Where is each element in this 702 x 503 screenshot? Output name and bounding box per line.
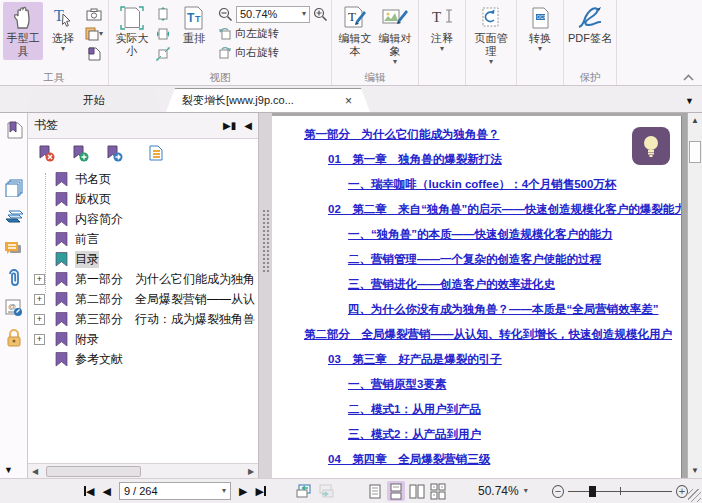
toc-link[interactable]: 一、瑞幸咖啡（luckin coffee）：4个月销售500万杯 bbox=[348, 177, 616, 192]
bookmark-item[interactable]: + 参考文献 bbox=[28, 349, 258, 369]
window-resize-grip[interactable] bbox=[688, 489, 701, 502]
previous-view-button[interactable] bbox=[296, 484, 312, 498]
toc-link[interactable]: 第一部分 为什么它们能成为独角兽？ bbox=[304, 127, 500, 142]
continuous-view-button[interactable] bbox=[387, 481, 405, 501]
goto-bookmark-button[interactable] bbox=[104, 143, 124, 163]
expand-plus-icon[interactable]: + bbox=[34, 314, 45, 325]
page-manage-button[interactable]: 页面管理 ▾ bbox=[469, 2, 513, 68]
first-page-button[interactable]: ◀ bbox=[84, 485, 94, 498]
facing-view-button[interactable] bbox=[408, 481, 426, 501]
bookmark-panel-icon[interactable] bbox=[3, 117, 25, 143]
security-lock-icon[interactable] bbox=[3, 325, 25, 351]
panel-collapse-icon[interactable]: ◀ bbox=[244, 120, 252, 131]
toc-link[interactable]: 一、营销原型3要素 bbox=[348, 377, 446, 392]
panel-expand-icon[interactable]: ▶▮ bbox=[223, 120, 236, 131]
zoom-in-button[interactable]: + bbox=[676, 485, 688, 498]
next-view-button[interactable] bbox=[318, 484, 334, 498]
comments-icon[interactable] bbox=[3, 235, 25, 261]
tab-document-active[interactable]: 裂变增长[www.j9p.co... × bbox=[166, 88, 370, 112]
bookmark-item[interactable]: + 内容简介 bbox=[28, 209, 258, 229]
toc-link[interactable]: 一、“独角兽”的本质——快速创造规模化客户的能力 bbox=[348, 227, 613, 242]
bookmark-item[interactable]: + 第二部分 全局爆裂营销——从认 bbox=[28, 289, 258, 309]
toc-link[interactable]: 第二部分 全局爆裂营销——从认知、转化到增长，快速创造规模化用户 bbox=[304, 327, 672, 342]
scroll-up-icon[interactable]: ▲ bbox=[688, 116, 702, 125]
tab-list-menu-icon[interactable]: ▼ bbox=[685, 96, 694, 106]
toc-link[interactable]: 03 第三章 好产品是爆裂的引子 bbox=[328, 352, 502, 367]
scroll-right-icon[interactable]: ▶ bbox=[244, 467, 258, 476]
toc-link[interactable]: 01 第一章 独角兽的爆裂新打法 bbox=[328, 152, 502, 167]
toc-row: 四、为什么你没有成为独角兽？——本质是“全局营销效率差” bbox=[272, 297, 681, 322]
add-bookmark-button[interactable] bbox=[70, 143, 90, 163]
comment-button[interactable]: T 注释 ▾ bbox=[422, 2, 462, 55]
dropdown-arrow-icon[interactable]: ▾ bbox=[524, 487, 528, 495]
page-number-box[interactable]: 9 / 264 ▾ bbox=[119, 482, 231, 500]
fit-width-button[interactable] bbox=[152, 4, 174, 24]
attachments-icon[interactable] bbox=[3, 265, 25, 291]
toc-link[interactable]: 二、模式1：从用户到产品 bbox=[348, 402, 481, 417]
splitter-grip-icon[interactable] bbox=[262, 209, 269, 273]
bookmark-flag-icon bbox=[55, 172, 68, 187]
collapse-ribbon-button[interactable] bbox=[683, 74, 694, 81]
delete-bookmark-button[interactable] bbox=[36, 143, 56, 163]
pdf-sign-button[interactable]: PDF签名 bbox=[567, 2, 613, 47]
tab-close-icon[interactable]: × bbox=[343, 94, 354, 108]
layers-icon[interactable] bbox=[3, 205, 25, 231]
blank-page-button[interactable] bbox=[83, 44, 105, 64]
expand-bookmarks-button[interactable] bbox=[146, 143, 166, 163]
scrollbar-thumb[interactable] bbox=[46, 466, 141, 477]
panel-splitter[interactable] bbox=[258, 113, 272, 478]
bookmark-item[interactable]: + 附录 bbox=[28, 329, 258, 349]
rotate-right-button[interactable]: 向右旋转 bbox=[218, 43, 328, 62]
zoom-in-button[interactable] bbox=[313, 7, 328, 22]
scrollbar-thumb[interactable] bbox=[689, 141, 701, 163]
bookmark-item[interactable]: + 版权页 bbox=[28, 189, 258, 209]
rotate-left-button[interactable]: 向左旋转 bbox=[218, 24, 328, 43]
tab-home[interactable]: 开始 bbox=[26, 88, 162, 112]
reflow-button[interactable]: TT 重排 bbox=[174, 2, 214, 47]
clipboard-paste-button[interactable]: ▾ bbox=[83, 24, 105, 44]
scroll-left-icon[interactable]: ◀ bbox=[28, 467, 42, 476]
zoom-out-button[interactable]: − bbox=[552, 485, 564, 498]
toc-link[interactable]: 三、营销进化——创造客户的效率进化史 bbox=[348, 277, 555, 292]
bookmark-item[interactable]: + 前言 bbox=[28, 229, 258, 249]
single-page-view-button[interactable] bbox=[366, 481, 384, 501]
actual-size-button[interactable]: 实际大小 bbox=[112, 2, 152, 60]
document-vertical-scrollbar[interactable]: ▲ ▼ bbox=[687, 113, 702, 478]
prev-page-button[interactable]: ◀ bbox=[102, 485, 110, 498]
toc-link[interactable]: 二、营销管理——一个复杂的创造客户使能的过程 bbox=[348, 252, 601, 267]
bookmarks-panel: 书签 ▶▮ ◀ + bbox=[28, 113, 258, 478]
bookmark-item[interactable]: + 书名页 bbox=[28, 169, 258, 189]
scrollbar-track[interactable] bbox=[42, 465, 244, 478]
scroll-down-icon[interactable]: ▼ bbox=[688, 466, 702, 475]
expand-plus-icon[interactable]: + bbox=[34, 294, 45, 305]
edit-object-button[interactable]: 编辑对象 ▾ bbox=[375, 2, 415, 68]
bookmark-item[interactable]: + 目录 bbox=[28, 249, 258, 269]
next-page-button[interactable]: ▶ bbox=[239, 485, 247, 498]
bookmark-item[interactable]: + 第一部分 为什么它们能成为独角 bbox=[28, 269, 258, 289]
rail-more-icon[interactable]: ▼ bbox=[4, 465, 13, 475]
assistant-widget-button[interactable] bbox=[632, 127, 670, 165]
hand-tool-button[interactable]: 手型工具 bbox=[3, 2, 43, 60]
expand-plus-icon[interactable]: + bbox=[34, 274, 45, 285]
slider-thumb[interactable] bbox=[589, 486, 596, 497]
edit-text-button[interactable]: T 编辑文本 bbox=[335, 2, 375, 60]
page-thumbnails-icon[interactable] bbox=[3, 175, 25, 201]
zoom-level-combobox[interactable]: 50.74% ▾ bbox=[236, 6, 310, 23]
snapshot-camera-button[interactable] bbox=[83, 4, 105, 24]
last-page-button[interactable]: ▶ bbox=[255, 485, 265, 498]
toc-link[interactable]: 04 第四章 全局爆裂营销三级 bbox=[328, 452, 490, 467]
signature-icon[interactable]: @ bbox=[3, 295, 25, 321]
toc-link[interactable]: 三、模式2：从产品到用户 bbox=[348, 427, 481, 442]
zoom-slider[interactable] bbox=[568, 484, 672, 498]
continuous-facing-view-button[interactable] bbox=[429, 481, 447, 501]
convert-button[interactable]: OCR 转换 ▾ bbox=[520, 2, 560, 55]
toc-link[interactable]: 02 第二章 来自“独角兽”的启示——快速创造规模化客户的爆裂能力 bbox=[328, 202, 682, 217]
toc-link[interactable]: 四、为什么你没有成为独角兽？——本质是“全局营销效率差” bbox=[348, 302, 659, 317]
fit-visible-button[interactable] bbox=[152, 44, 174, 64]
zoom-out-button[interactable] bbox=[218, 7, 233, 22]
select-tool-button[interactable]: T 选择 ▾ bbox=[43, 2, 83, 55]
bookmark-item[interactable]: + 第三部分 行动：成为爆裂独角兽 bbox=[28, 309, 258, 329]
fit-page-button[interactable] bbox=[152, 24, 174, 44]
bookmarks-horizontal-scrollbar[interactable]: ◀ ▶ bbox=[28, 463, 258, 478]
expand-plus-icon[interactable]: + bbox=[34, 334, 45, 345]
